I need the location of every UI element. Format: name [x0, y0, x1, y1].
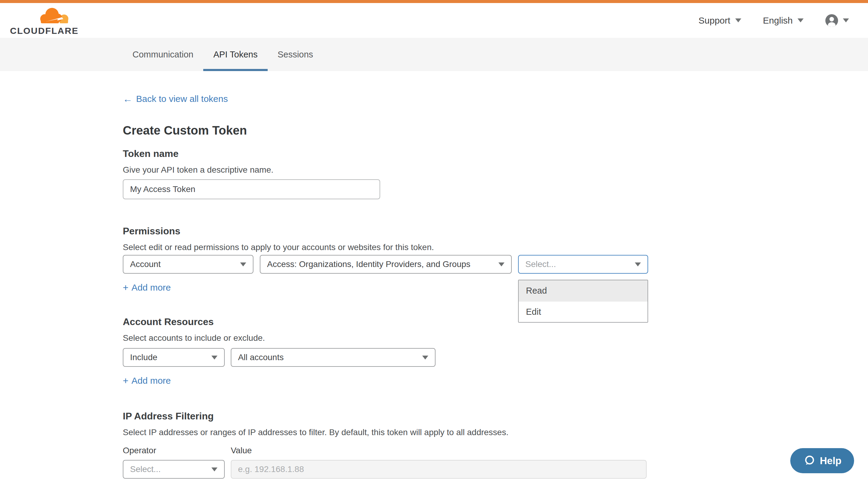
token-name-description: Give your API token a descriptive name.: [123, 165, 868, 175]
chat-bubble-icon: [803, 454, 816, 467]
account-resources-row: Include All accounts: [123, 348, 868, 367]
top-accent-bar: [0, 0, 868, 3]
help-button-label: Help: [820, 455, 842, 467]
language-menu-label: English: [763, 15, 793, 26]
tab-sessions[interactable]: Sessions: [268, 38, 323, 71]
caret-down-icon: [240, 262, 246, 266]
cloudflare-cloud-icon: [38, 6, 70, 26]
value-label: Value: [231, 445, 252, 456]
caret-down-icon: [422, 356, 428, 359]
account-resources-description: Select accounts to include or exclude.: [123, 333, 868, 343]
header-nav: Support English: [699, 14, 849, 27]
ip-filtering-row: Select...: [123, 460, 868, 479]
caret-down-icon: [843, 19, 849, 22]
permissions-heading: Permissions: [123, 225, 868, 237]
access-level-menu: Read Edit: [518, 280, 648, 323]
caret-down-icon: [211, 356, 217, 359]
permission-group-value: Access: Organizations, Identity Provider…: [267, 259, 470, 269]
plus-icon: +: [123, 282, 128, 293]
menu-item-read[interactable]: Read: [519, 280, 648, 301]
token-name-input[interactable]: [123, 179, 380, 199]
permissions-add-more-label: Add more: [131, 282, 171, 293]
operator-label: Operator: [123, 445, 225, 456]
ip-filtering-heading: IP Address Filtering: [123, 410, 868, 422]
caret-down-icon: [798, 19, 804, 22]
support-menu-label: Support: [699, 15, 731, 26]
access-level-select-wrap: Select... Read Edit: [518, 255, 648, 274]
plus-icon: +: [123, 375, 128, 386]
ip-filtering-labels-row: Operator Value: [123, 445, 868, 456]
tab-communication[interactable]: Communication: [123, 38, 203, 71]
permissions-row: Account Access: Organizations, Identity …: [123, 255, 868, 274]
permissions-section: Permissions Select edit or read permissi…: [123, 225, 868, 293]
language-menu[interactable]: English: [763, 15, 804, 26]
caret-down-icon: [211, 468, 217, 472]
permissions-description: Select edit or read permissions to apply…: [123, 242, 868, 253]
account-resources-add-more-label: Add more: [131, 375, 171, 386]
support-menu[interactable]: Support: [699, 15, 741, 26]
token-name-section: Token name Give your API token a descrip…: [123, 148, 868, 199]
token-name-heading: Token name: [123, 148, 868, 159]
tab-api-tokens[interactable]: API Tokens: [203, 38, 267, 71]
accounts-select[interactable]: All accounts: [231, 348, 435, 367]
header: CLOUDFLARE Support English: [0, 3, 868, 38]
account-menu[interactable]: [825, 14, 849, 27]
user-avatar-icon: [825, 14, 838, 27]
operator-placeholder: Select...: [130, 464, 161, 474]
permission-group-select[interactable]: Access: Organizations, Identity Provider…: [260, 255, 512, 274]
caret-down-icon: [498, 262, 504, 266]
back-to-tokens-link[interactable]: ← Back to view all tokens: [123, 93, 228, 104]
caret-down-icon: [735, 19, 741, 22]
permissions-add-more-link[interactable]: + Add more: [123, 282, 171, 293]
accounts-value: All accounts: [238, 353, 284, 362]
cloudflare-logo[interactable]: CLOUDFLARE: [10, 6, 79, 35]
include-exclude-select[interactable]: Include: [123, 348, 225, 367]
permission-scope-value: Account: [130, 259, 161, 269]
operator-select[interactable]: Select...: [123, 460, 225, 479]
ip-filtering-description: Select IP addresses or ranges of IP addr…: [123, 427, 868, 438]
cloudflare-wordmark: CLOUDFLARE: [10, 26, 79, 35]
caret-down-icon: [635, 262, 641, 266]
access-level-placeholder: Select...: [525, 259, 556, 269]
back-link-label: Back to view all tokens: [136, 93, 228, 104]
ip-filtering-section: IP Address Filtering Select IP addresses…: [123, 410, 868, 479]
account-resources-section: Account Resources Select accounts to inc…: [123, 316, 868, 386]
account-resources-heading: Account Resources: [123, 316, 868, 327]
help-button[interactable]: Help: [790, 448, 854, 473]
ip-value-input[interactable]: [231, 460, 647, 479]
page-title: Create Custom Token: [123, 123, 868, 137]
include-exclude-value: Include: [130, 353, 157, 362]
access-level-select[interactable]: Select...: [518, 255, 648, 274]
tab-bar: Communication API Tokens Sessions: [0, 38, 868, 71]
menu-item-edit[interactable]: Edit: [519, 301, 648, 322]
main-content: ← Back to view all tokens Create Custom …: [0, 71, 868, 479]
permission-scope-select[interactable]: Account: [123, 255, 253, 274]
account-resources-add-more-link[interactable]: + Add more: [123, 375, 171, 386]
back-arrow-icon: ←: [123, 93, 132, 104]
